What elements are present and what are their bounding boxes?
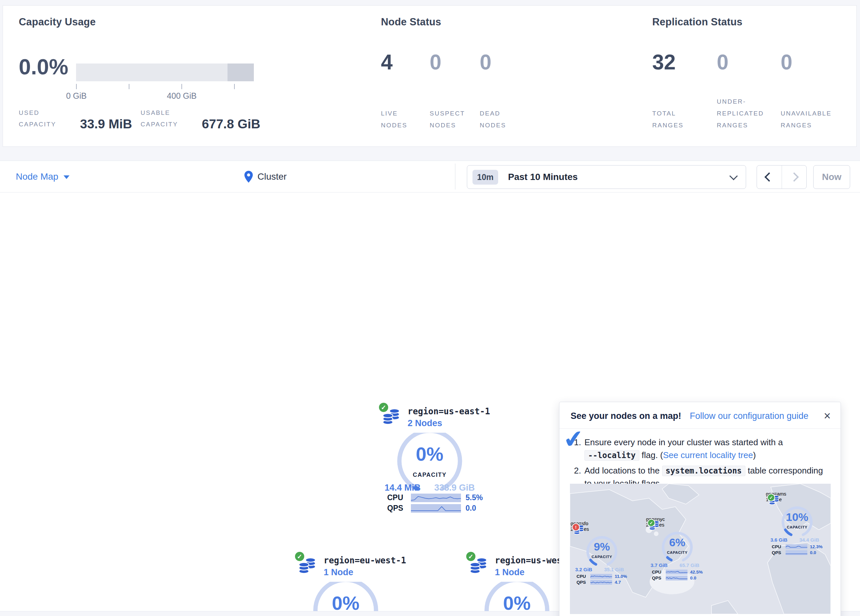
node-count: 2 Nodes bbox=[408, 418, 442, 428]
capacity-percent: 10% bbox=[777, 511, 818, 522]
time-step-buttons bbox=[756, 165, 807, 189]
time-step-forward-button[interactable] bbox=[782, 166, 807, 188]
database-icon: ✓ bbox=[468, 555, 489, 576]
suspect-nodes-value: 0 bbox=[430, 52, 480, 73]
used-value: 14.4 MiB bbox=[384, 483, 421, 493]
chevron-left-icon bbox=[764, 172, 774, 182]
used-value: 3.6 GiB bbox=[771, 537, 788, 542]
node-map-canvas: ✓ region=us-east-1 2 Nodes 0% CAPACITY 1… bbox=[0, 193, 860, 611]
cpu-sparkline bbox=[590, 574, 612, 579]
total-ranges-value: 32 bbox=[652, 52, 717, 73]
qps-sparkline bbox=[411, 504, 461, 513]
node-card-us-east-1[interactable]: ✓ region=us-east-1 2 Nodes 0% CAPACITY 1… bbox=[379, 404, 481, 517]
healthy-check-icon: ✓ bbox=[647, 519, 655, 527]
qps-sparkline bbox=[590, 580, 612, 585]
total-value: 34.4 GiB bbox=[799, 537, 819, 542]
database-icon: ✓ bbox=[768, 494, 780, 506]
capacity-range: 3.7 GiB 65.7 GiB bbox=[651, 563, 699, 568]
map-node-sfo[interactable]: ! geo=sfo 2 Nodes 9% CAPACITY bbox=[571, 520, 628, 588]
cpu-value: 12.3% bbox=[810, 544, 822, 549]
popup-title: See your nodes on a map! bbox=[571, 411, 681, 421]
cluster-overview-page: Capacity Usage 0.0% 0 GiB 400 GiB USED C… bbox=[0, 0, 860, 616]
capacity-usage-percent: 0.0% bbox=[19, 54, 68, 79]
time-step-back-button[interactable] bbox=[757, 166, 782, 188]
qps-metric-row: QPS 0.0 bbox=[652, 575, 702, 580]
view-selector-dropdown[interactable]: Node Map bbox=[16, 161, 69, 192]
toolbar-divider bbox=[455, 163, 455, 190]
usable-capacity-label: USABLE CAPACITY bbox=[141, 107, 193, 131]
node-card-title: region=eu-west-1 bbox=[324, 555, 406, 565]
capacity-usage-bar: 0 GiB 400 GiB bbox=[76, 64, 254, 81]
axis-tick bbox=[129, 84, 129, 89]
qps-metric-row: QPS 0.0 bbox=[772, 550, 822, 555]
now-button[interactable]: Now bbox=[813, 165, 850, 189]
healthy-check-icon: ✓ bbox=[465, 551, 476, 562]
code-chip: --locality bbox=[584, 450, 639, 461]
axis-tick bbox=[234, 84, 235, 89]
capacity-percent: 0% bbox=[482, 594, 552, 613]
axis-tick-label: 0 GiB bbox=[66, 91, 87, 101]
popup-instructions: 1. Ensure every node in your cluster was… bbox=[559, 429, 841, 490]
node-status-title: Node Status bbox=[381, 16, 441, 28]
node-card-us-west-1[interactable]: ✓ region=us-west-1 1 Node 0% CAPACITY 9.… bbox=[466, 553, 568, 616]
suspect-nodes-label: SUSPECT NODES bbox=[430, 108, 472, 131]
cpu-sparkline bbox=[666, 570, 687, 575]
cpu-metric-row: CPU 42.5% bbox=[652, 570, 702, 575]
time-range-badge: 10m bbox=[472, 170, 498, 185]
qps-label: QPS bbox=[576, 580, 588, 585]
map-configuration-popup: See your nodes on a map! Follow our conf… bbox=[559, 402, 841, 616]
under-replicated-ranges-label: UNDER-REPLICATED RANGES bbox=[717, 96, 778, 131]
live-nodes-label: LIVE NODES bbox=[381, 108, 424, 131]
step-text-part: ) bbox=[753, 450, 756, 460]
cpu-value: 42.5% bbox=[690, 570, 703, 575]
time-range-selector[interactable]: 10m Past 10 Minutes bbox=[467, 165, 746, 189]
capacity-range: 14.4 MiB 338.9 GiB bbox=[384, 483, 475, 493]
node-count: 1 Node bbox=[495, 567, 524, 577]
qps-metric-row: QPS 0.0 bbox=[387, 504, 474, 513]
cpu-label: CPU bbox=[576, 574, 588, 579]
node-card-eu-west-1[interactable]: ✓ region=eu-west-1 1 Node 0% CAPACITY 9.… bbox=[295, 553, 397, 616]
cpu-metric-row: CPU 5.5% bbox=[387, 493, 474, 502]
view-selector-label: Node Map bbox=[16, 171, 58, 182]
instruction-step: 1. Ensure every node in your cluster was… bbox=[569, 436, 831, 462]
capacity-gauge: 9% CAPACITY bbox=[581, 536, 622, 568]
cpu-label: CPU bbox=[652, 570, 663, 575]
dead-nodes-stat: 0 DEAD NODES bbox=[480, 52, 529, 131]
total-value: 338.9 GiB bbox=[434, 483, 475, 493]
healthy-check-icon: ✓ bbox=[378, 402, 389, 413]
database-icon: ! bbox=[573, 523, 585, 536]
capacity-range: 3.6 GiB 34.4 GiB bbox=[771, 537, 819, 542]
qps-value: 0.0 bbox=[690, 575, 702, 580]
dead-nodes-value: 0 bbox=[480, 52, 529, 73]
capacity-percent: 0% bbox=[395, 445, 465, 464]
total-ranges-label: TOTAL RANGES bbox=[652, 108, 701, 131]
map-node-ams[interactable]: ✓ geo=ams 1 Node 10% CAPACITY bbox=[766, 491, 824, 558]
cpu-metric-row: CPU 12.3% bbox=[772, 544, 822, 549]
replication-status-title: Replication Status bbox=[652, 16, 742, 28]
breadcrumb: Cluster bbox=[244, 161, 287, 192]
live-nodes-stat: 4 LIVE NODES bbox=[381, 52, 430, 131]
configuration-guide-link[interactable]: Follow our configuration guide bbox=[690, 411, 808, 421]
capacity-percent: 9% bbox=[581, 541, 622, 552]
capacity-percent: 6% bbox=[657, 537, 698, 548]
cpu-label: CPU bbox=[387, 493, 406, 502]
cpu-sparkline bbox=[786, 544, 807, 549]
map-node-nyc[interactable]: ✓ geo=nyc 2 Nodes 6% CAPACITY bbox=[646, 516, 704, 584]
healthy-check-icon: ✓ bbox=[767, 494, 775, 502]
chevron-down-icon bbox=[729, 172, 738, 180]
axis-tick bbox=[181, 84, 182, 89]
step-text: Ensure every node in your cluster was st… bbox=[584, 436, 831, 462]
under-replicated-ranges-stat: 0 UNDER-REPLICATED RANGES bbox=[717, 52, 781, 131]
capacity-percent: 0% bbox=[311, 594, 381, 613]
capacity-usable-segment bbox=[228, 64, 254, 81]
locality-tree-link[interactable]: See current locality tree bbox=[663, 450, 753, 460]
cpu-value: 11.0% bbox=[615, 574, 627, 579]
capacity-range: 3.2 GiB 35.1 GiB bbox=[575, 567, 624, 572]
database-icon: ✓ bbox=[648, 519, 661, 531]
capacity-gauge: 6% CAPACITY bbox=[657, 531, 698, 564]
node-card-title: region=us-east-1 bbox=[408, 406, 490, 416]
close-icon[interactable]: × bbox=[824, 410, 831, 422]
database-icon: ✓ bbox=[381, 406, 402, 427]
total-ranges-stat: 32 TOTAL RANGES bbox=[652, 52, 717, 131]
qps-value: 4.7 bbox=[615, 580, 626, 585]
